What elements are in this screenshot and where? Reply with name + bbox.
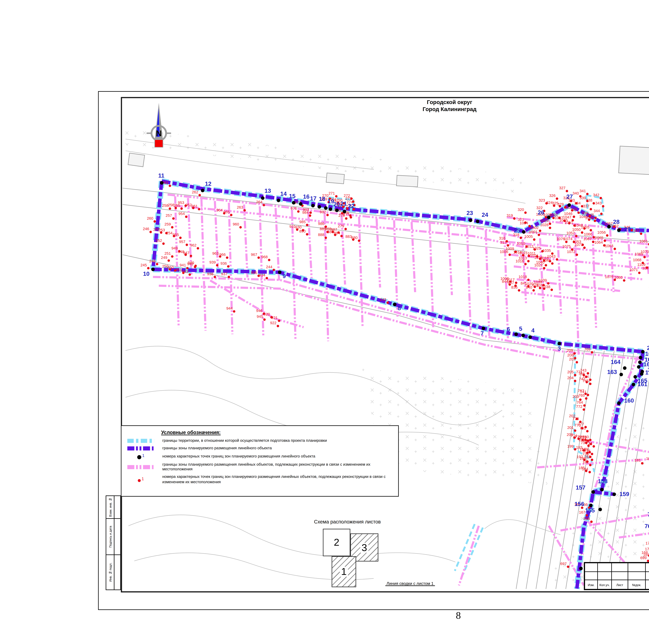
red-point	[581, 231, 583, 234]
red-point	[648, 243, 649, 245]
black-point	[521, 333, 525, 337]
reconstruction-boundary-line	[486, 230, 489, 336]
red-point-label: 773	[572, 417, 579, 421]
red-point	[579, 195, 581, 198]
red-point-label: 771	[576, 370, 582, 374]
red-point	[306, 224, 308, 226]
red-point-label: 939	[209, 260, 216, 264]
red-point	[162, 242, 165, 245]
black-point	[318, 205, 321, 209]
black-point	[599, 508, 602, 511]
reconstruction-boundary-line	[575, 233, 579, 356]
red-point	[575, 235, 577, 237]
red-point-label: 931	[290, 225, 296, 229]
red-point	[194, 266, 196, 268]
red-point	[182, 272, 184, 274]
reconstruction-boundary-line	[514, 267, 642, 279]
black-point-label: 3	[558, 345, 561, 352]
red-point	[197, 247, 199, 249]
black-point	[634, 375, 637, 378]
red-point	[186, 244, 188, 246]
red-point-label: 942	[187, 262, 193, 266]
black-point-label: 14	[280, 191, 287, 197]
black-point-label: 26	[538, 209, 544, 216]
red-point	[545, 264, 547, 267]
red-point-label: 1009	[506, 247, 514, 251]
red-point	[190, 255, 192, 257]
building-footprint	[326, 173, 345, 184]
red-point-label: 777	[578, 422, 584, 426]
reconstruction-boundary-line	[244, 204, 248, 279]
red-point-label: 279	[338, 224, 344, 228]
red-point	[571, 248, 573, 251]
red-point	[186, 267, 188, 269]
red-point-label: 976	[291, 206, 297, 210]
black-point-label: 27	[566, 193, 573, 200]
red-point-label: 264	[256, 200, 262, 204]
map-title-line1: Городской округ	[350, 99, 549, 106]
red-point	[178, 250, 180, 252]
red-point	[514, 284, 517, 287]
title-block: Изм. Кол.уч. Лист №док. Подп. Дата 511-Д…	[584, 562, 649, 590]
page-viewport: 2442452462472482492502512522532542552562…	[0, 0, 649, 644]
red-point-label: 1020	[525, 282, 533, 286]
black-point-label: 21	[340, 200, 347, 207]
red-point	[640, 233, 642, 235]
red-point	[590, 208, 592, 210]
red-point-label: 949	[171, 246, 178, 250]
black-point-label: 155	[585, 507, 595, 514]
red-point-label: 966	[219, 252, 226, 257]
red-point-label: 921	[271, 316, 278, 320]
red-point	[214, 276, 216, 278]
red-point-label: 884	[334, 231, 340, 235]
red-point-label: 945	[257, 315, 263, 319]
red-point-label: 1015	[519, 251, 527, 255]
red-point	[593, 445, 595, 448]
col-podp: Подп.	[646, 580, 649, 589]
black-point-label: 7	[480, 330, 484, 337]
black-point	[612, 492, 616, 496]
red-point-label: 243	[380, 297, 386, 302]
red-point	[309, 211, 312, 214]
red-point	[515, 282, 517, 284]
red-point-label: 1073	[574, 243, 583, 247]
red-point-label: 205	[567, 370, 574, 374]
red-point	[309, 214, 311, 217]
red-point-label: 764	[577, 400, 583, 404]
red-point-label: 1052	[566, 231, 575, 235]
red-point	[188, 273, 191, 276]
red-point	[573, 215, 575, 218]
black-point-label: 156	[574, 500, 584, 507]
black-point-label: 9	[283, 273, 286, 279]
red-point	[168, 259, 170, 262]
black-point-label: 73	[647, 511, 649, 518]
red-point-label: 960	[233, 222, 239, 226]
red-point-label: 984	[302, 210, 308, 214]
red-point-label: 1051	[565, 220, 573, 225]
red-point-label: 343	[595, 201, 602, 205]
red-point	[586, 430, 589, 432]
red-point-label: 1075	[562, 244, 571, 248]
black-point-label: 6	[507, 326, 510, 332]
red-point-label: 1061	[639, 239, 648, 243]
black-point	[623, 366, 626, 370]
red-point-label: 780	[582, 435, 589, 439]
black-point	[641, 350, 645, 354]
red-point-label: 950	[167, 266, 174, 270]
red-point	[594, 217, 597, 219]
red-point	[551, 289, 553, 291]
red-point	[386, 301, 389, 304]
red-point	[172, 217, 175, 220]
legend-item-reconstruction-point: 1 номера характерных точек границ зон пл…	[127, 475, 392, 485]
legend-item-reconstruction-zone: границы зоны планируемого размещения лин…	[127, 462, 392, 472]
red-point	[593, 236, 595, 239]
red-point	[306, 233, 308, 236]
red-point	[641, 462, 643, 465]
reconstruction-boundary-line	[593, 231, 596, 328]
red-point	[589, 456, 592, 458]
red-point	[574, 374, 576, 376]
red-point	[574, 430, 576, 432]
black-point	[592, 490, 595, 494]
black-point-label: 16	[303, 193, 310, 200]
red-point	[593, 202, 595, 205]
